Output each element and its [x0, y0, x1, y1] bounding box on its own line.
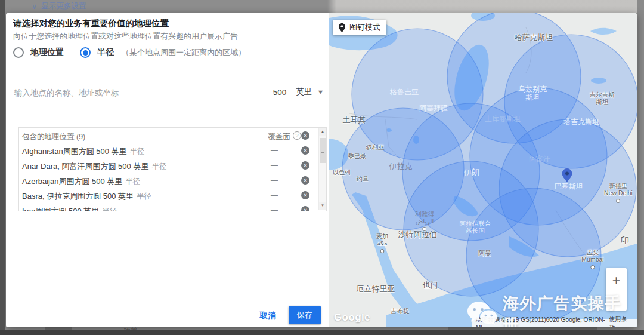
radius-tag: 半径: [102, 207, 117, 211]
map-panel[interactable]: 哈萨克斯坦吉尔吉斯斯坦土耳其叙利亚黎巴嫩以色列约旦麦加مكة沙特阿拉伯利雅得ال…: [329, 13, 637, 327]
radio-option-radius[interactable]: 半径 （某个地点周围一定距离内的区域）: [80, 47, 246, 58]
radio-radius-label: 半径: [97, 47, 114, 58]
remove-location-button[interactable]: ✕: [301, 206, 309, 211]
location-search-input[interactable]: [13, 84, 263, 102]
list-scrollbar[interactable]: ▲ ▼: [318, 128, 326, 210]
reach-column-header: 覆盖面: [268, 132, 291, 142]
radio-radius[interactable]: [80, 47, 91, 58]
list-item: Azerbaijan周围方圆 500 英里半径—✕: [19, 173, 326, 188]
list-header: 包含的地理位置 (9) 覆盖面 ? ✕: [19, 128, 326, 143]
chevron-down-icon: ▼: [317, 89, 324, 95]
location-name: Anar Dara, 阿富汗周围方圆 500 英里: [22, 162, 148, 171]
list-item: Anar Dara, 阿富汗周围方圆 500 英里半径—✕: [19, 158, 326, 173]
radius-unit-dropdown[interactable]: 英里 ▼: [296, 84, 323, 100]
show-more-settings-label: 显示更多设置: [41, 1, 86, 11]
radius-tag: 半径: [137, 192, 151, 201]
radio-option-location[interactable]: 地理位置: [13, 47, 64, 58]
radio-location-label: 地理位置: [30, 47, 64, 58]
dialog-title: 请选择对您的业务有重要价值的地理位置: [13, 18, 169, 29]
reach-value: —: [271, 203, 278, 211]
reach-value: —: [271, 173, 278, 188]
reach-value: —: [271, 143, 278, 158]
list-title: 包含的地理位置 (9): [22, 132, 85, 142]
scroll-up-icon[interactable]: ▲: [319, 128, 326, 136]
reach-value: —: [271, 188, 278, 203]
google-logo: Google: [334, 312, 370, 324]
remove-location-button[interactable]: ✕: [301, 176, 309, 185]
watermark-text: 海外广告实操手册: [503, 293, 637, 327]
radius-value-field[interactable]: 500: [267, 84, 292, 100]
window-left-edge: [0, 0, 5, 335]
zoom-in-button[interactable]: +: [606, 268, 627, 294]
reach-value: —: [271, 158, 278, 173]
chevron-down-icon: ∨: [32, 2, 37, 11]
pin-mode-label: 图钉模式: [349, 22, 380, 33]
remove-location-button[interactable]: ✕: [301, 191, 309, 199]
remove-all-button[interactable]: ✕: [301, 131, 309, 140]
location-targeting-dialog: 请选择对您的业务有重要价值的地理位置 向位于您选择的地理位置或对这些地理位置有兴…: [6, 13, 637, 327]
radius-unit-label: 英里: [296, 87, 312, 97]
remove-location-button[interactable]: ✕: [301, 161, 309, 170]
scrollbar-thumb[interactable]: [320, 138, 326, 163]
radio-location[interactable]: [13, 47, 24, 58]
page-background: ∨ 显示更多设置 预算 请选择对您的业务有重要价值的地理位置 向位于您选择的地理…: [5, 0, 637, 330]
screenshot-stage: ∨ 显示更多设置 预算 请选择对您的业务有重要价值的地理位置 向位于您选择的地理…: [0, 0, 644, 335]
location-name: Iraq周围方圆 500 英里: [22, 207, 99, 211]
dimmed-page-top: ∨ 显示更多设置: [5, 0, 637, 13]
wechat-icon: [466, 300, 498, 327]
dialog-subtitle: 向位于您选择的地理位置或对这些地理位置有兴趣的用户展示广告: [13, 31, 238, 42]
show-more-settings-link[interactable]: ∨ 显示更多设置: [32, 1, 86, 11]
radius-tag: 半径: [130, 147, 145, 156]
save-button[interactable]: 保存: [289, 306, 321, 324]
remove-location-button[interactable]: ✕: [301, 146, 309, 155]
window-bottom-edge: [0, 330, 644, 335]
dimmed-text-bar: [45, 327, 72, 330]
location-name: Azerbaijan周围方圆 500 英里: [22, 177, 122, 186]
help-icon[interactable]: ?: [293, 131, 301, 140]
location-list-rows: Afghanistan周围方圆 500 英里半径—✕Anar Dara, 阿富汗…: [19, 143, 326, 211]
radio-radius-hint: （某个地点周围一定距离内的区域）: [122, 47, 246, 58]
radius-tag: 半径: [125, 177, 140, 186]
location-name: Afghanistan周围方圆 500 英里: [22, 147, 127, 156]
list-item: Afghanistan周围方圆 500 英里半径—✕: [19, 143, 326, 158]
dimmed-text-bar: [448, 327, 597, 330]
wechat-watermark: 海外广告实操手册: [466, 293, 637, 327]
list-item: Iraq周围方圆 500 英里半径—✕: [19, 203, 326, 211]
cancel-button[interactable]: 取消: [253, 309, 283, 323]
location-name: Basra, 伊拉克周围方圆 500 英里: [22, 192, 134, 201]
pin-icon: [339, 23, 345, 32]
scroll-down-icon[interactable]: ▼: [319, 202, 326, 210]
targeting-mode-radios: 地理位置 半径 （某个地点周围一定距离内的区域）: [13, 47, 246, 58]
included-locations-list: 包含的地理位置 (9) 覆盖面 ? ✕ Afghanistan周围方圆 500 …: [18, 127, 327, 211]
list-item: Basra, 伊拉克周围方圆 500 英里半径—✕: [19, 188, 326, 203]
map-canvas: [329, 13, 637, 327]
radius-tag: 半径: [151, 162, 166, 171]
pin-mode-button[interactable]: 图钉模式: [333, 20, 386, 35]
